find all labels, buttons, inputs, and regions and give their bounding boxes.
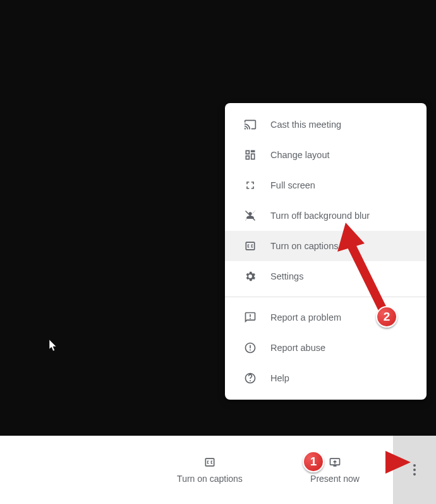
settings-icon	[244, 270, 257, 283]
captions-icon	[244, 240, 257, 252]
more-options-button[interactable]	[393, 436, 436, 504]
menu-item-cast[interactable]: Cast this meeting	[225, 109, 427, 140]
menu-item-label: Settings	[270, 271, 303, 281]
mouse-cursor-icon	[49, 340, 58, 352]
menu-item-label: Cast this meeting	[270, 120, 341, 130]
fullscreen-icon	[244, 179, 257, 192]
warning-icon	[244, 341, 257, 354]
present-icon	[329, 456, 341, 469]
more-vert-icon	[413, 464, 416, 476]
feedback-icon	[244, 311, 257, 324]
menu-item-fullscreen[interactable]: Full screen	[225, 170, 427, 200]
help-icon	[244, 372, 257, 384]
captions-icon	[203, 456, 216, 469]
menu-item-report-problem[interactable]: Report a problem	[225, 302, 427, 333]
more-options-menu: Cast this meeting Change layout Full scr…	[225, 103, 427, 400]
menu-item-background-blur[interactable]: Turn off background blur	[225, 200, 427, 231]
menu-item-label: Report a problem	[270, 312, 341, 323]
bottom-bar: Turn on captions Present now	[0, 436, 436, 504]
menu-item-captions[interactable]: Turn on captions	[225, 231, 427, 261]
menu-item-label: Help	[270, 373, 289, 383]
menu-item-report-abuse[interactable]: Report abuse	[225, 333, 427, 363]
present-button[interactable]: Present now	[291, 456, 379, 484]
blur-icon	[244, 209, 257, 222]
layout-icon	[244, 149, 257, 161]
present-label: Present now	[310, 474, 360, 484]
cast-icon	[244, 118, 257, 131]
menu-item-label: Turn on captions	[270, 241, 338, 251]
menu-divider	[225, 297, 427, 297]
captions-button[interactable]: Turn on captions	[166, 456, 254, 484]
menu-item-layout[interactable]: Change layout	[225, 140, 427, 170]
menu-item-label: Report abuse	[270, 343, 325, 353]
menu-item-label: Turn off background blur	[270, 211, 370, 221]
captions-label: Turn on captions	[177, 474, 243, 484]
menu-item-settings[interactable]: Settings	[225, 261, 427, 292]
menu-item-help[interactable]: Help	[225, 363, 427, 393]
menu-item-label: Full screen	[270, 180, 315, 190]
menu-item-label: Change layout	[270, 150, 330, 160]
